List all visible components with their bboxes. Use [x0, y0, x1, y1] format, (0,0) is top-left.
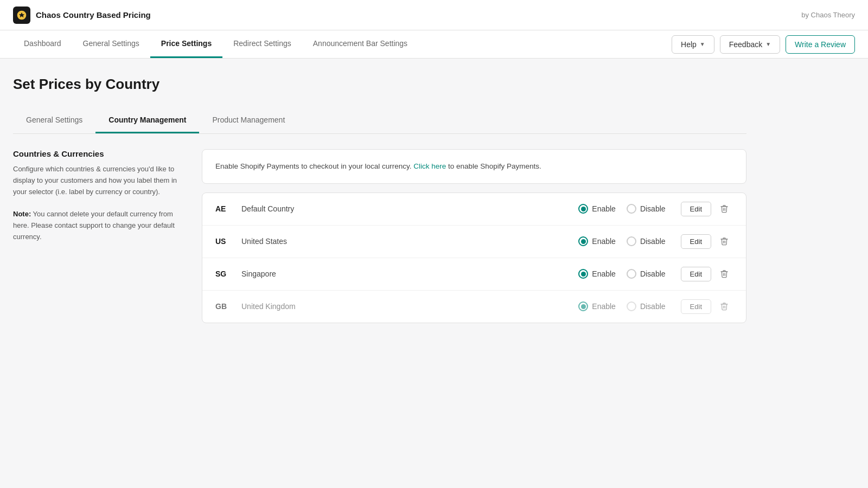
help-chevron-icon: ▼ [700, 41, 705, 47]
nav-tab-dashboard[interactable]: Dashboard [13, 30, 72, 58]
feedback-chevron-icon: ▼ [765, 41, 771, 47]
enable-label-sg: Enable [592, 269, 616, 278]
inner-tab-product-management[interactable]: Product Management [199, 108, 298, 133]
country-code-us: US [215, 237, 233, 246]
row-actions-sg: Edit [681, 267, 733, 281]
info-text-after: to enable Shopify Payments. [446, 162, 541, 170]
nav-tab-price-settings[interactable]: Price Settings [150, 30, 222, 58]
disable-option-gb[interactable]: Disable [627, 301, 666, 311]
top-bar: Chaos Country Based Pricing by Chaos The… [0, 0, 868, 30]
two-column-layout: Countries & Currencies Configure which c… [13, 149, 746, 323]
inner-tabs: General Settings Country Management Prod… [13, 108, 746, 134]
disable-radio-sg[interactable] [627, 269, 636, 279]
disable-option-sg[interactable]: Disable [627, 269, 666, 279]
country-name-us: United States [241, 237, 570, 246]
page-content: Set Prices by Country General Settings C… [0, 59, 760, 341]
enable-label-us: Enable [592, 237, 616, 246]
enable-label-ae: Enable [592, 204, 616, 213]
nav-tab-general-settings[interactable]: General Settings [72, 30, 150, 58]
disable-radio-ae[interactable] [627, 204, 636, 214]
enable-option-us[interactable]: Enable [578, 236, 616, 246]
countries-card: AE Default Country Enable Disable E [202, 192, 746, 323]
app-brand: Chaos Country Based Pricing [13, 7, 151, 24]
radio-group-gb: Enable Disable [578, 301, 665, 311]
trash-icon-us [720, 237, 729, 246]
disable-radio-gb[interactable] [627, 301, 636, 311]
row-actions-ae: Edit [681, 202, 733, 216]
info-text: Enable Shopify Payments to checkout in y… [215, 162, 413, 170]
country-row-gb: GB United Kingdom Enable Disable Ed [202, 291, 746, 323]
country-row-sg: SG Singapore Enable Disable Edit [202, 258, 746, 291]
section-description: Configure which countries & currencies y… [13, 164, 187, 243]
nav-tab-announcement-bar-settings[interactable]: Announcement Bar Settings [302, 30, 418, 58]
row-actions-us: Edit [681, 234, 733, 249]
radio-group-ae: Enable Disable [578, 204, 665, 214]
section-heading: Countries & Currencies [13, 149, 187, 158]
app-title: Chaos Country Based Pricing [36, 10, 151, 20]
delete-button-gb[interactable] [716, 299, 733, 313]
edit-button-gb[interactable]: Edit [681, 299, 711, 314]
inner-tab-general-settings[interactable]: General Settings [13, 108, 95, 133]
country-name-ae: Default Country [241, 204, 570, 213]
nav-actions: Help ▼ Feedback ▼ Write a Review [672, 35, 855, 54]
right-column: Enable Shopify Payments to checkout in y… [202, 149, 746, 323]
trash-icon-gb [720, 302, 729, 311]
disable-label-ae: Disable [640, 204, 666, 213]
by-text: by Chaos Theory [801, 11, 855, 19]
edit-button-sg[interactable]: Edit [681, 267, 711, 281]
feedback-label: Feedback [729, 40, 762, 49]
radio-group-us: Enable Disable [578, 236, 665, 246]
disable-option-us[interactable]: Disable [627, 236, 666, 246]
enable-option-ae[interactable]: Enable [578, 204, 616, 214]
click-here-link[interactable]: Click here [413, 162, 446, 170]
radio-group-sg: Enable Disable [578, 269, 665, 279]
help-label: Help [681, 40, 697, 49]
disable-label-sg: Disable [640, 269, 666, 278]
enable-radio-us[interactable] [578, 236, 588, 246]
country-name-sg: Singapore [241, 269, 570, 278]
nav-tabs: Dashboard General Settings Price Setting… [13, 30, 418, 58]
delete-button-ae[interactable] [716, 202, 733, 216]
country-row-ae: AE Default Country Enable Disable E [202, 193, 746, 226]
disable-option-ae[interactable]: Disable [627, 204, 666, 214]
edit-button-us[interactable]: Edit [681, 234, 711, 249]
country-code-sg: SG [215, 269, 233, 278]
disable-radio-us[interactable] [627, 236, 636, 246]
app-logo [13, 7, 30, 24]
delete-button-us[interactable] [716, 234, 733, 248]
note-text: You cannot delete your default currency … [13, 210, 175, 241]
country-code-ae: AE [215, 204, 233, 213]
enable-option-gb[interactable]: Enable [578, 301, 616, 311]
inner-tab-country-management[interactable]: Country Management [95, 108, 199, 133]
row-actions-gb: Edit [681, 299, 733, 314]
trash-icon-sg [720, 269, 729, 278]
disable-label-gb: Disable [640, 302, 666, 311]
country-row-us: US United States Enable Disable Edi [202, 226, 746, 258]
feedback-button[interactable]: Feedback ▼ [720, 35, 780, 54]
help-button[interactable]: Help ▼ [672, 35, 714, 54]
delete-button-sg[interactable] [716, 267, 733, 281]
page-title: Set Prices by Country [13, 76, 746, 93]
disable-label-us: Disable [640, 237, 666, 246]
info-card: Enable Shopify Payments to checkout in y… [202, 149, 746, 184]
country-name-gb: United Kingdom [241, 302, 570, 311]
nav-bar: Dashboard General Settings Price Setting… [0, 30, 868, 59]
write-review-button[interactable]: Write a Review [786, 35, 855, 54]
enable-label-gb: Enable [592, 302, 616, 311]
trash-icon-ae [720, 204, 729, 213]
enable-radio-sg[interactable] [578, 269, 588, 279]
left-column: Countries & Currencies Configure which c… [13, 149, 187, 243]
enable-option-sg[interactable]: Enable [578, 269, 616, 279]
note-label: Note: [13, 210, 31, 218]
nav-tab-redirect-settings[interactable]: Redirect Settings [222, 30, 302, 58]
enable-radio-ae[interactable] [578, 204, 588, 214]
enable-radio-gb[interactable] [578, 301, 588, 311]
country-code-gb: GB [215, 302, 233, 311]
edit-button-ae[interactable]: Edit [681, 202, 711, 216]
